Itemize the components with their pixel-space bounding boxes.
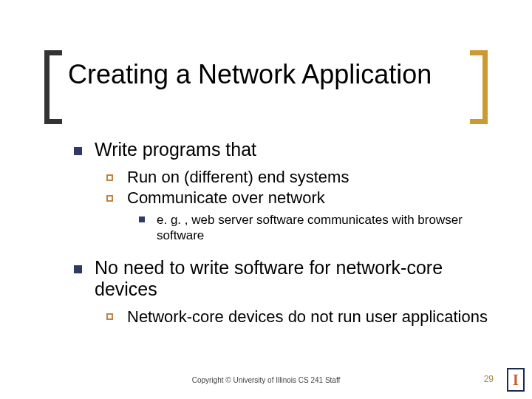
square-bullet-icon [74, 265, 82, 273]
slide-title: Creating a Network Application [68, 59, 464, 90]
bullet-text: Write programs that [95, 139, 256, 160]
open-square-bullet-icon [106, 313, 113, 320]
bullet-level2: Communicate over network [106, 188, 488, 208]
page-number: 29 [484, 374, 494, 384]
open-square-bullet-icon [106, 174, 113, 181]
open-square-bullet-icon [106, 195, 113, 202]
bullet-level2: Network-core devices do not run user app… [106, 307, 488, 327]
bullet-text: e. g. , web server software communicates… [157, 213, 463, 242]
bullet-text: No need to write software for network-co… [95, 257, 443, 299]
bullet-level3: e. g. , web server software communicates… [139, 212, 488, 244]
square-bullet-icon [74, 147, 82, 155]
footer-copyright: Copyright © University of Illinois CS 24… [0, 376, 532, 384]
square-bullet-icon [139, 216, 145, 222]
bullet-level2-group: Run on (different) end systems Communica… [106, 168, 488, 244]
logo-letter: I [513, 372, 519, 387]
slide: Creating a Network Application Write pro… [0, 0, 532, 399]
bullet-level1: No need to write software for network-co… [74, 257, 488, 300]
bracket-left-icon [44, 50, 62, 124]
bullet-text: Run on (different) end systems [127, 168, 349, 186]
bullet-level1: Write programs that [74, 139, 488, 160]
bullet-level2-group: Network-core devices do not run user app… [106, 307, 488, 327]
title-area: Creating a Network Application [44, 50, 488, 109]
bullet-text: Network-core devices do not run user app… [127, 307, 488, 326]
bracket-right-icon [470, 50, 488, 124]
slide-body: Write programs that Run on (different) e… [74, 139, 488, 340]
bullet-level3-group: e. g. , web server software communicates… [139, 212, 488, 244]
bullet-text: Communicate over network [127, 188, 325, 207]
bullet-level2: Run on (different) end systems [106, 168, 488, 187]
university-logo-icon: I [507, 368, 525, 392]
